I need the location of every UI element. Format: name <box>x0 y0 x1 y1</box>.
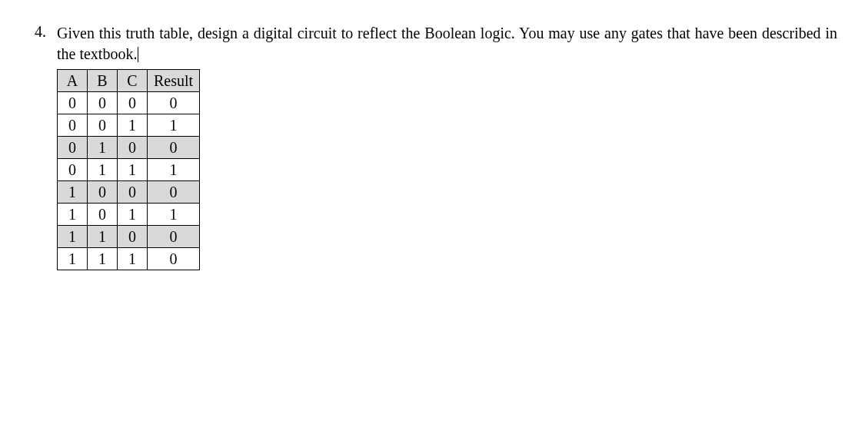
table-header-row: A B C Result <box>58 70 200 92</box>
question-container: 4. Given this truth table, design a digi… <box>31 23 837 270</box>
table-cell: 1 <box>148 114 200 137</box>
table-row: 1011 <box>58 204 200 226</box>
table-cell: 0 <box>58 159 88 181</box>
table-cell: 0 <box>148 181 200 204</box>
table-row: 0111 <box>58 159 200 181</box>
question-text: Given this truth table, design a digital… <box>57 23 837 65</box>
table-cell: 0 <box>118 92 148 114</box>
table-cell: 0 <box>88 204 118 226</box>
table-cell: 0 <box>118 226 148 248</box>
table-cell: 1 <box>88 226 118 248</box>
table-cell: 0 <box>58 114 88 137</box>
table-cell: 1 <box>58 204 88 226</box>
table-cell: 1 <box>118 114 148 137</box>
table-cell: 0 <box>118 137 148 159</box>
table-row: 1110 <box>58 248 200 270</box>
table-cell: 1 <box>118 248 148 270</box>
table-cell: 0 <box>58 92 88 114</box>
question-text-content: Given this truth table, design a digital… <box>57 25 837 62</box>
table-cell: 0 <box>148 248 200 270</box>
table-cell: 1 <box>58 226 88 248</box>
table-cell: 1 <box>58 181 88 204</box>
table-cell: 1 <box>88 248 118 270</box>
question-body: Given this truth table, design a digital… <box>57 23 837 270</box>
table-cell: 0 <box>88 181 118 204</box>
table-row: 0011 <box>58 114 200 137</box>
question-number: 4. <box>31 23 46 41</box>
table-row: 0100 <box>58 137 200 159</box>
table-cell: 0 <box>148 137 200 159</box>
table-cell: 1 <box>118 204 148 226</box>
table-cell: 0 <box>88 92 118 114</box>
table-cell: 1 <box>148 204 200 226</box>
text-cursor-icon <box>138 47 138 62</box>
table-cell: 0 <box>88 114 118 137</box>
table-cell: 1 <box>118 159 148 181</box>
table-cell: 0 <box>58 137 88 159</box>
table-header-c: C <box>118 70 148 92</box>
table-cell: 0 <box>118 181 148 204</box>
table-cell: 1 <box>58 248 88 270</box>
truth-table: A B C Result 000000110100011110001011110… <box>57 69 200 270</box>
table-cell: 1 <box>148 159 200 181</box>
table-header-b: B <box>88 70 118 92</box>
table-row: 1100 <box>58 226 200 248</box>
table-row: 0000 <box>58 92 200 114</box>
table-header-a: A <box>58 70 88 92</box>
table-header-result: Result <box>148 70 200 92</box>
table-cell: 0 <box>148 226 200 248</box>
table-row: 1000 <box>58 181 200 204</box>
table-cell: 0 <box>148 92 200 114</box>
table-cell: 1 <box>88 137 118 159</box>
table-cell: 1 <box>88 159 118 181</box>
